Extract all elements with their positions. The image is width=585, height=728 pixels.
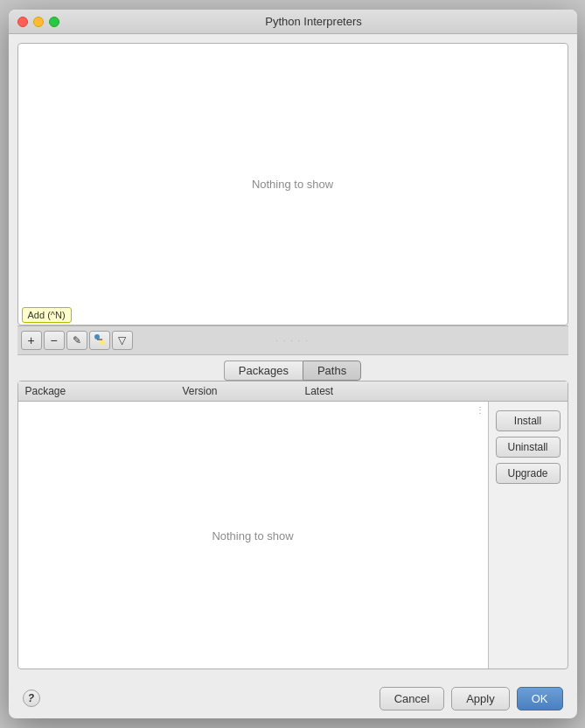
add-icon: +: [27, 333, 34, 347]
apply-button[interactable]: Apply: [451, 687, 510, 710]
svg-point-1: [100, 340, 105, 345]
package-list-inner: ⋮ Nothing to show: [18, 402, 488, 668]
footer-left: ?: [23, 690, 40, 707]
filter-icon: ▽: [118, 334, 126, 346]
footer: ? Cancel Apply OK: [9, 678, 577, 718]
interpreter-list: Nothing to show: [17, 43, 568, 326]
package-list: ⋮ Nothing to show: [18, 402, 489, 668]
col-header-package: Package: [18, 385, 176, 397]
upgrade-button[interactable]: Upgrade: [496, 463, 561, 484]
tab-paths[interactable]: Paths: [303, 360, 361, 381]
scroll-indicator: ⋮: [476, 405, 484, 415]
minimize-button[interactable]: [33, 17, 44, 27]
main-window: Python Interpreters Nothing to show + Ad…: [9, 10, 577, 718]
footer-right: Cancel Apply OK: [380, 687, 563, 710]
svg-point-0: [94, 334, 100, 340]
add-tooltip: Add (^N): [22, 307, 72, 323]
python-button[interactable]: [89, 331, 110, 350]
tabs-area: Packages Paths: [9, 355, 577, 381]
install-button[interactable]: Install: [496, 410, 561, 431]
traffic-lights: [17, 17, 59, 27]
package-panel: Package Version Latest ⋮ Nothing to show…: [17, 381, 568, 669]
remove-button[interactable]: −: [44, 331, 65, 350]
help-button[interactable]: ?: [23, 690, 40, 707]
uninstall-button[interactable]: Uninstall: [496, 437, 561, 458]
ok-button[interactable]: OK: [517, 687, 563, 710]
filter-button[interactable]: ▽: [112, 331, 133, 350]
titlebar: Python Interpreters: [9, 10, 577, 34]
edit-button[interactable]: ✎: [66, 331, 87, 350]
col-header-latest: Latest: [298, 385, 568, 397]
package-actions: Install Uninstall Upgrade: [489, 402, 568, 668]
package-panel-body: ⋮ Nothing to show Install Uninstall Upgr…: [18, 402, 568, 668]
maximize-button[interactable]: [49, 17, 59, 27]
tab-packages[interactable]: Packages: [224, 360, 303, 381]
edit-icon: ✎: [73, 334, 81, 346]
add-button[interactable]: + Add (^N): [21, 331, 42, 350]
content-area: Nothing to show + Add (^N) − ✎: [9, 34, 577, 678]
package-table-header: Package Version Latest: [18, 382, 568, 402]
window-title: Python Interpreters: [59, 15, 568, 28]
cancel-button[interactable]: Cancel: [380, 687, 444, 710]
python-icon: [94, 333, 106, 348]
close-button[interactable]: [17, 17, 28, 27]
package-empty-message: Nothing to show: [212, 528, 293, 542]
interpreter-empty-message: Nothing to show: [252, 178, 333, 191]
col-header-version: Version: [176, 385, 298, 397]
remove-icon: −: [50, 333, 57, 347]
drag-handle: · · · · ·: [275, 337, 309, 345]
toolbar: + Add (^N) − ✎ ▽: [17, 326, 568, 355]
